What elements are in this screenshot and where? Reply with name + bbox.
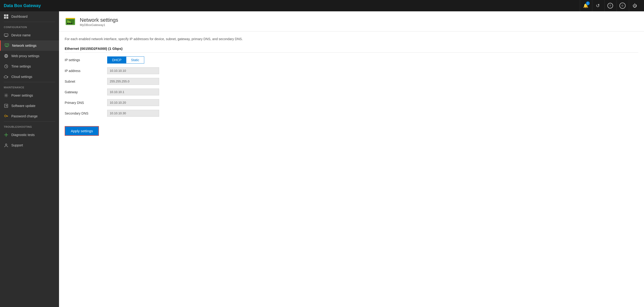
sidebar-item-power[interactable]: Power settings <box>0 90 59 100</box>
dhcp-button[interactable]: DHCP <box>108 57 126 63</box>
subnet-input[interactable] <box>107 78 159 85</box>
app-title: Data Box Gateway <box>4 3 41 8</box>
gateway-input[interactable] <box>107 88 159 96</box>
svg-rect-40 <box>70 22 70 23</box>
refresh-icon: ↺ <box>596 3 600 8</box>
svg-rect-35 <box>67 23 68 24</box>
svg-rect-41 <box>66 18 75 19</box>
sidebar-item-cloud-label: Cloud settings <box>11 75 32 79</box>
secondary-dns-row: Secondary DNS <box>65 110 638 117</box>
help-button[interactable]: ? <box>604 0 616 11</box>
ip-address-input[interactable] <box>107 67 159 74</box>
sidebar-item-device-name[interactable]: Device name <box>0 30 59 40</box>
copyright-icon: © <box>620 2 626 9</box>
sidebar-item-dashboard[interactable]: Dashboard <box>0 11 59 22</box>
svg-rect-38 <box>68 20 68 23</box>
main-layout: Dashboard CONFIGURATION Device name <box>0 11 644 307</box>
content-area: Network settings MyDBoxGateway1 For each… <box>59 11 644 307</box>
support-icon <box>4 143 8 148</box>
svg-line-22 <box>6 66 7 67</box>
svg-rect-39 <box>69 21 70 23</box>
topbar: Data Box Gateway 🔔 1 ↺ ? © ⏻ <box>0 0 644 11</box>
page-description: For each enabled network interface, spec… <box>65 37 638 41</box>
info-button[interactable]: © <box>616 0 628 11</box>
svg-point-32 <box>6 144 7 145</box>
gateway-label: Gateway <box>65 90 107 94</box>
update-icon <box>4 104 8 108</box>
sidebar-item-support[interactable]: Support <box>0 140 59 150</box>
gear-icon <box>4 93 8 98</box>
page-header-text: Network settings MyDBoxGateway1 <box>80 17 118 27</box>
gateway-row: Gateway <box>65 88 638 96</box>
notification-badge: 1 <box>586 2 590 5</box>
svg-rect-1 <box>6 14 8 16</box>
sidebar-item-software-update-label: Software update <box>11 104 36 108</box>
secondary-dns-label: Secondary DNS <box>65 112 107 115</box>
svg-rect-36 <box>69 23 70 24</box>
primary-dns-row: Primary DNS <box>65 99 638 106</box>
ip-address-label: IP address <box>65 69 107 73</box>
sidebar-item-time[interactable]: Time settings <box>0 61 59 72</box>
primary-dns-input[interactable] <box>107 99 159 106</box>
sidebar-item-software-update[interactable]: Software update <box>0 100 59 111</box>
sidebar-item-network-settings[interactable]: Network settings <box>0 40 59 51</box>
ip-address-row: IP address <box>65 67 638 74</box>
refresh-button[interactable]: ↺ <box>592 0 604 11</box>
sidebar-item-device-name-label: Device name <box>11 33 31 37</box>
svg-rect-31 <box>4 134 8 135</box>
section-header-maintenance: MAINTENANCE <box>0 82 59 90</box>
sidebar-item-cloud[interactable]: Cloud settings <box>0 72 59 82</box>
device-icon <box>4 33 8 38</box>
sidebar-item-dashboard-label: Dashboard <box>11 15 28 18</box>
sidebar-item-network-settings-label: Network settings <box>12 44 36 48</box>
notifications-button[interactable]: 🔔 1 <box>580 0 591 11</box>
svg-rect-2 <box>4 17 6 19</box>
ip-settings-label: IP settings <box>65 58 107 62</box>
diagnostic-icon <box>4 132 8 137</box>
subnet-row: Subnet <box>65 78 638 85</box>
svg-rect-0 <box>4 14 6 16</box>
clock-icon <box>4 64 8 69</box>
sidebar-item-password-label: Password change <box>11 114 38 118</box>
content-body: For each enabled network interface, spec… <box>59 32 644 142</box>
page-icon <box>65 16 76 28</box>
page-title: Network settings <box>80 17 118 23</box>
sidebar: Dashboard CONFIGURATION Device name <box>0 11 59 307</box>
sidebar-item-support-label: Support <box>11 143 23 147</box>
grid-icon <box>4 14 8 19</box>
svg-rect-4 <box>4 34 8 36</box>
power-button[interactable]: ⏻ <box>629 0 640 11</box>
section-header-configuration: CONFIGURATION <box>0 22 59 30</box>
sidebar-item-power-label: Power settings <box>11 94 33 97</box>
power-icon: ⏻ <box>633 3 637 8</box>
subnet-label: Subnet <box>65 80 107 83</box>
ip-settings-row: IP settings DHCP Static <box>65 56 638 64</box>
secondary-dns-input[interactable] <box>107 110 159 117</box>
svg-rect-3 <box>6 17 8 19</box>
cloud-icon <box>4 74 8 79</box>
sidebar-item-time-label: Time settings <box>11 64 31 68</box>
svg-rect-37 <box>71 23 72 24</box>
sidebar-item-diagnostic[interactable]: Diagnostic tests <box>0 130 59 140</box>
network-icon <box>4 43 9 48</box>
apply-settings-button[interactable]: Apply settings <box>65 126 99 136</box>
section-header-troubleshooting: TROUBLESHOOTING <box>0 122 59 130</box>
sidebar-item-diagnostic-label: Diagnostic tests <box>11 133 35 137</box>
sidebar-item-web-proxy[interactable]: Web proxy settings <box>0 51 59 61</box>
topbar-icons: 🔔 1 ↺ ? © ⏻ <box>580 0 640 11</box>
globe-icon <box>4 54 8 58</box>
help-icon: ? <box>608 3 613 8</box>
page-header: Network settings MyDBoxGateway1 <box>59 11 644 32</box>
static-button[interactable]: Static <box>126 57 144 63</box>
page-subtitle: MyDBoxGateway1 <box>80 23 118 27</box>
primary-dns-label: Primary DNS <box>65 101 107 104</box>
key-icon <box>4 114 8 118</box>
ip-mode-toggle[interactable]: DHCP Static <box>107 56 144 64</box>
sidebar-item-web-proxy-label: Web proxy settings <box>11 54 40 58</box>
svg-point-23 <box>6 95 7 96</box>
ethernet-section-title: Ethernet (00155D2FA000) (1 Gbps) <box>65 46 638 53</box>
sidebar-item-password[interactable]: Password change <box>0 111 59 122</box>
svg-point-26 <box>4 115 6 117</box>
